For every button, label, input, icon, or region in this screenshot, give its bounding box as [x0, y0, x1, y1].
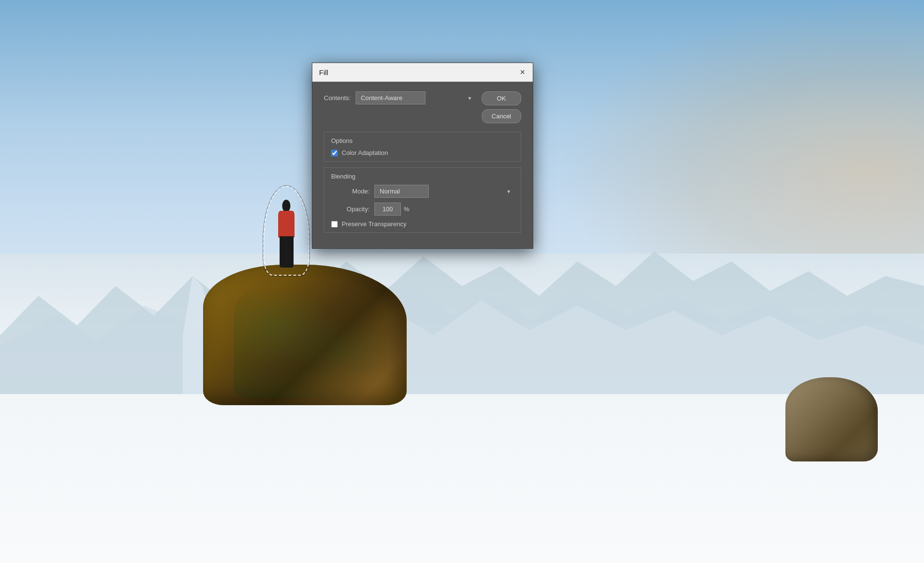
color-adaptation-checkbox[interactable] — [331, 150, 338, 156]
contents-select-wrapper: Content-Aware Foreground Color Backgroun… — [356, 91, 475, 104]
opacity-row: Opacity: % — [331, 203, 514, 216]
mode-select-wrapper: Normal Dissolve Multiply Screen Overlay … — [374, 185, 514, 198]
preserve-transparency-checkbox[interactable] — [331, 221, 338, 228]
contents-main: Contents: Content-Aware Foreground Color… — [324, 91, 475, 104]
mode-label: Mode: — [331, 188, 370, 195]
action-buttons: OK Cancel — [482, 91, 521, 123]
dialog-title: Fill — [319, 68, 328, 77]
right-rock — [785, 377, 878, 462]
person-head — [282, 200, 291, 212]
person-figure — [272, 200, 300, 267]
mode-select[interactable]: Normal Dissolve Multiply Screen Overlay … — [374, 185, 429, 198]
person-torso — [278, 211, 295, 238]
dialog-body: Contents: Content-Aware Foreground Color… — [312, 82, 533, 248]
opacity-unit: % — [404, 205, 410, 213]
preserve-transparency-label[interactable]: Preserve Transparency — [342, 220, 406, 228]
contents-section: Contents: Content-Aware Foreground Color… — [324, 91, 521, 123]
contents-select[interactable]: Content-Aware Foreground Color Backgroun… — [356, 91, 425, 104]
person-legs — [280, 236, 294, 268]
color-adaptation-row: Color Adaptation — [331, 149, 514, 156]
blending-section: Blending Mode: Normal Dissolve Multiply … — [324, 167, 521, 233]
opacity-label: Opacity: — [331, 205, 370, 213]
color-adaptation-label[interactable]: Color Adaptation — [342, 149, 388, 156]
main-rock — [203, 265, 406, 406]
options-header: Options — [331, 137, 514, 144]
cancel-button[interactable]: Cancel — [482, 109, 521, 123]
mode-row: Mode: Normal Dissolve Multiply Screen Ov… — [331, 185, 514, 198]
blending-header: Blending — [331, 173, 514, 180]
contents-label: Contents: — [324, 94, 351, 102]
opacity-input[interactable] — [374, 203, 401, 216]
dialog-titlebar: Fill × — [312, 63, 533, 82]
close-button[interactable]: × — [519, 68, 526, 77]
fill-dialog: Fill × Contents: Content-Aware Foregroun… — [312, 63, 533, 249]
ok-button[interactable]: OK — [482, 91, 521, 105]
options-section: Options Color Adaptation — [324, 132, 521, 162]
preserve-transparency-row: Preserve Transparency — [331, 220, 514, 228]
